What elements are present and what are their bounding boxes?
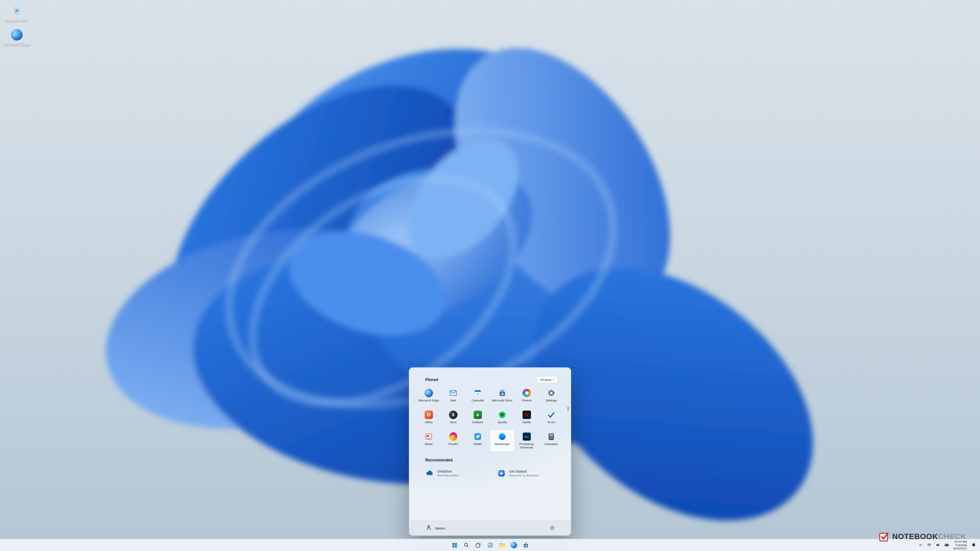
settings-icon <box>547 389 555 397</box>
pinned-app-office[interactable]: Office <box>416 408 441 430</box>
watermark-text: NOTEBOOKCHECK <box>892 532 966 541</box>
todo-icon <box>547 411 555 419</box>
pinned-app-microsoft-edge[interactable]: Microsoft Edge <box>416 386 441 408</box>
news-icon <box>425 432 433 441</box>
task-view-icon <box>475 542 482 548</box>
twitter-icon <box>474 432 482 441</box>
pinned-app-twitter[interactable]: Twitter <box>466 430 490 452</box>
recommended-item-onedrive[interactable]: OneDrive Recently added <box>425 465 497 481</box>
edge-icon <box>511 542 517 548</box>
pinned-pagination[interactable] <box>568 407 569 412</box>
spotify-icon <box>498 411 506 419</box>
pagination-current-dot <box>568 407 569 410</box>
xbox-icon <box>449 411 457 419</box>
pinned-app-calculator[interactable]: Calculator <box>539 430 564 452</box>
pinned-app-mail[interactable]: Mail <box>441 386 466 408</box>
task-view-button[interactable] <box>473 540 483 550</box>
start-menu-footer: Naren <box>409 521 571 535</box>
store-taskbar-button[interactable] <box>521 540 531 550</box>
pinned-app-settings[interactable]: Settings <box>539 386 564 408</box>
store-icon <box>523 542 529 548</box>
wifi-icon <box>927 543 932 548</box>
notification-button[interactable] <box>970 541 977 550</box>
speaker-icon <box>936 543 941 548</box>
file-explorer-button[interactable] <box>497 540 507 550</box>
power-button[interactable] <box>547 523 557 533</box>
recommended-header: Recommended <box>409 452 571 462</box>
calendar-icon <box>474 389 482 397</box>
desktop-icon-recycle-bin[interactable]: Recycle Bin <box>2 4 31 23</box>
windows-logo-icon <box>451 542 458 548</box>
pinned-app-picsart[interactable]: PicsArt <box>441 430 466 452</box>
pinned-header-row: Pinned All apps › <box>409 368 571 383</box>
all-apps-label: All apps <box>540 378 551 381</box>
clock-date: 6/15/2021 <box>953 547 967 550</box>
desktop-icon-label: Recycle Bin <box>6 18 27 23</box>
chevron-right-icon: › <box>553 378 554 381</box>
pinned-app-news[interactable]: News <box>416 430 441 452</box>
desktop-icon-microsoft-edge[interactable]: Microsoft Edge <box>2 29 31 46</box>
recommended-list: OneDrive Recently added Get Started Welc… <box>409 462 571 481</box>
pinned-app-microsoft-store[interactable]: Microsoft Store <box>490 386 514 408</box>
user-name: Naren <box>435 526 445 530</box>
store-icon <box>498 389 506 397</box>
edge-taskbar-button[interactable] <box>509 540 519 550</box>
edge-icon <box>11 29 23 41</box>
volume-button[interactable] <box>934 541 941 550</box>
all-apps-button[interactable]: All apps › <box>537 376 558 383</box>
widgets-icon <box>487 542 493 548</box>
search-button[interactable] <box>461 540 471 550</box>
pinned-app-solitaire[interactable]: Solitaire <box>466 408 490 430</box>
solitaire-icon <box>474 411 482 419</box>
avatar <box>425 524 432 533</box>
taskbar-center-buttons <box>449 539 531 551</box>
calculator-icon <box>547 432 555 441</box>
edge-icon <box>425 389 433 397</box>
taskbar: 10:10 AM Tuesday 6/15/2021 <box>0 539 980 551</box>
user-profile-button[interactable]: Naren <box>423 523 448 534</box>
battery-button[interactable] <box>943 541 950 550</box>
get-started-icon <box>497 469 506 478</box>
photos-icon <box>523 389 531 397</box>
pinned-app-messenger[interactable]: Messenger <box>490 430 514 452</box>
picsart-icon <box>449 432 457 441</box>
power-icon <box>549 525 555 532</box>
pinned-app-photoshop-elements[interactable]: Photoshop Elements <box>514 430 539 452</box>
search-icon <box>463 542 470 548</box>
office-icon <box>425 411 433 419</box>
start-button[interactable] <box>449 540 459 550</box>
pinned-app-calendar[interactable]: Calendar <box>466 386 490 408</box>
photoshop-elements-icon <box>523 432 531 441</box>
pinned-app-netflix[interactable]: Netflix <box>514 408 539 430</box>
pinned-app-spotify[interactable]: Spotify <box>490 408 514 430</box>
network-button[interactable] <box>926 541 933 550</box>
chevron-up-icon <box>918 543 923 548</box>
clock-day: Tuesday <box>956 543 967 547</box>
messenger-icon <box>498 432 506 441</box>
notebookcheck-logo-icon <box>879 531 889 542</box>
notebookcheck-watermark: NOTEBOOKCHECK <box>879 531 966 542</box>
pinned-header: Pinned <box>425 378 438 382</box>
desktop-icon-label: Microsoft Edge <box>3 42 30 46</box>
battery-icon <box>944 543 949 548</box>
mail-icon <box>449 389 457 397</box>
start-menu: Pinned All apps › Microsoft Edge Mail Ca… <box>409 367 571 536</box>
folder-icon <box>499 542 505 548</box>
notification-bell-icon <box>971 543 976 548</box>
recommended-item-get-started[interactable]: Get Started Welcome to Windows <box>497 465 569 481</box>
pinned-app-to-do[interactable]: To Do <box>539 408 564 430</box>
recycle-bin-icon <box>11 4 23 17</box>
onedrive-icon <box>425 469 434 478</box>
pinned-app-photos[interactable]: Photos <box>514 386 539 408</box>
widgets-button[interactable] <box>485 540 495 550</box>
tray-expand-button[interactable] <box>917 541 924 550</box>
pinned-app-xbox[interactable]: Xbox <box>441 408 466 430</box>
pinned-apps-grid: Microsoft Edge Mail Calendar Microsoft S… <box>409 386 571 452</box>
pagination-dot <box>568 411 569 412</box>
netflix-icon <box>523 411 531 419</box>
